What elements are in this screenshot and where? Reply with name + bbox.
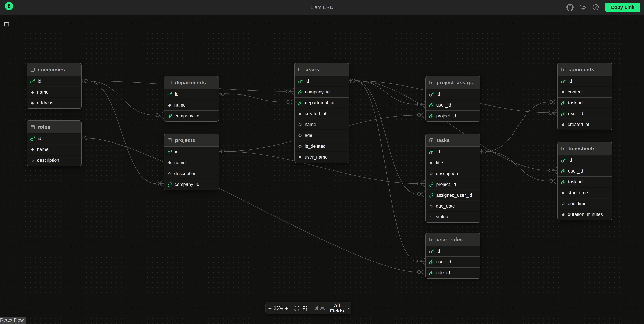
link-icon bbox=[298, 101, 302, 105]
column-row-project_assignments-project_id[interactable]: project_id bbox=[426, 111, 480, 121]
panel-left-icon bbox=[4, 21, 10, 28]
table-header-users[interactable]: users bbox=[295, 63, 349, 76]
table-node-roles[interactable]: rolesidnamedescription bbox=[27, 120, 82, 166]
column-row-user_roles-id[interactable]: id bbox=[426, 246, 480, 257]
column-row-tasks-id[interactable]: id bbox=[426, 146, 480, 157]
column-row-users-name[interactable]: name bbox=[295, 119, 349, 130]
column-row-projects-description[interactable]: description bbox=[164, 168, 218, 179]
table-icon bbox=[298, 67, 303, 72]
diamond-outline-icon bbox=[561, 202, 565, 206]
zoom-in-button[interactable]: + bbox=[284, 304, 289, 313]
tidy-up-icon bbox=[302, 305, 308, 311]
column-row-comments-id[interactable]: id bbox=[558, 76, 612, 87]
table-node-timesheets[interactable]: timesheetsiduser_idtask_idstart_timeend_… bbox=[558, 142, 612, 220]
column-name: end_time bbox=[568, 201, 586, 206]
column-row-users-created_at[interactable]: created_at bbox=[295, 108, 349, 119]
column-row-timesheets-id[interactable]: id bbox=[558, 155, 612, 166]
table-header-companies[interactable]: companies bbox=[27, 63, 81, 76]
table-node-companies[interactable]: companiesidnameaddress bbox=[27, 63, 82, 109]
column-row-comments-created_at[interactable]: created_at bbox=[558, 119, 612, 130]
column-row-users-user_name[interactable]: user_name bbox=[295, 152, 349, 163]
table-header-projects[interactable]: projects bbox=[164, 134, 218, 146]
column-row-tasks-project_id[interactable]: project_id bbox=[426, 179, 480, 190]
table-node-comments[interactable]: commentsidcontenttask_iduser_idcreated_a… bbox=[558, 63, 612, 130]
column-row-projects-company_id[interactable]: company_id bbox=[164, 179, 218, 190]
column-row-user_roles-role_id[interactable]: role_id bbox=[426, 267, 480, 278]
column-row-companies-name[interactable]: name bbox=[27, 87, 81, 98]
column-row-comments-task_id[interactable]: task_id bbox=[558, 98, 612, 108]
react-flow-attribution[interactable]: React Flow bbox=[0, 316, 26, 324]
column-row-timesheets-user_id[interactable]: user_id bbox=[558, 166, 612, 177]
column-row-companies-address[interactable]: address bbox=[27, 98, 81, 108]
column-row-tasks-assigned_user_id[interactable]: assigned_user_id bbox=[426, 190, 480, 201]
relationship-edge bbox=[84, 79, 88, 82]
column-row-roles-id[interactable]: id bbox=[27, 133, 81, 144]
table-name: roles bbox=[38, 124, 50, 130]
column-row-departments-company_id[interactable]: company_id bbox=[164, 111, 218, 121]
erd-canvas[interactable]: companiesidnameaddressrolesidnamedescrip… bbox=[0, 0, 644, 324]
column-row-users-age[interactable]: age bbox=[295, 130, 349, 141]
column-row-comments-content[interactable]: content bbox=[558, 87, 612, 98]
table-node-users[interactable]: usersidcompany_iddepartment_idcreated_at… bbox=[294, 63, 349, 163]
column-row-tasks-title[interactable]: title bbox=[426, 157, 480, 168]
column-row-timesheets-duration_minutes[interactable]: duration_minutes bbox=[558, 209, 612, 220]
sidebar-toggle-button[interactable] bbox=[3, 20, 10, 29]
table-header-project_assignments[interactable]: project_assignme... bbox=[426, 76, 480, 89]
fields-filter-dropdown[interactable]: All Fields bbox=[328, 303, 351, 314]
table-icon bbox=[167, 138, 172, 143]
key-icon bbox=[167, 92, 172, 97]
column-name: start_time bbox=[568, 190, 588, 195]
table-node-projects[interactable]: projectsidnamedescriptioncompany_id bbox=[164, 134, 219, 190]
copy-link-button[interactable]: Copy Link bbox=[605, 3, 640, 12]
feedback-button[interactable] bbox=[579, 4, 586, 11]
table-node-tasks[interactable]: tasksidtitledescriptionproject_idassigne… bbox=[426, 134, 480, 223]
table-icon bbox=[561, 146, 566, 151]
table-header-timesheets[interactable]: timesheets bbox=[558, 142, 612, 155]
fit-view-button[interactable] bbox=[293, 304, 301, 313]
column-row-user_roles-user_id[interactable]: user_id bbox=[426, 257, 480, 267]
column-row-roles-description[interactable]: description bbox=[27, 155, 81, 166]
column-row-roles-name[interactable]: name bbox=[27, 144, 81, 155]
column-row-tasks-description[interactable]: description bbox=[426, 168, 480, 179]
table-header-departments[interactable]: departments bbox=[164, 76, 218, 89]
github-button[interactable] bbox=[566, 4, 574, 11]
column-row-projects-name[interactable]: name bbox=[164, 157, 218, 168]
diamond-filled-icon bbox=[298, 112, 302, 116]
column-row-project_assignments-user_id[interactable]: user_id bbox=[426, 100, 480, 111]
column-row-users-is_deleted[interactable]: is_deleted bbox=[295, 141, 349, 152]
column-row-tasks-due_date[interactable]: due_date bbox=[426, 201, 480, 212]
zoom-out-button[interactable]: − bbox=[267, 304, 273, 313]
github-icon bbox=[566, 4, 574, 11]
column-row-departments-name[interactable]: name bbox=[164, 100, 218, 111]
table-header-tasks[interactable]: tasks bbox=[426, 134, 480, 146]
column-row-users-id[interactable]: id bbox=[295, 76, 349, 87]
column-row-projects-id[interactable]: id bbox=[164, 146, 218, 157]
relationship-edge bbox=[87, 138, 417, 272]
column-row-timesheets-start_time[interactable]: start_time bbox=[558, 188, 612, 198]
table-name: departments bbox=[175, 80, 206, 85]
column-name: is_deleted bbox=[305, 144, 326, 149]
relationship-edge bbox=[159, 180, 164, 187]
column-name: company_id bbox=[175, 113, 199, 119]
table-header-roles[interactable]: roles bbox=[27, 121, 81, 133]
column-row-users-department_id[interactable]: department_id bbox=[295, 98, 349, 108]
column-row-comments-user_id[interactable]: user_id bbox=[558, 108, 612, 119]
table-node-user_roles[interactable]: user_rolesiduser_idrole_id bbox=[426, 233, 480, 278]
column-row-companies-id[interactable]: id bbox=[27, 76, 81, 87]
relationship-edge bbox=[352, 79, 355, 82]
column-row-tasks-status[interactable]: status bbox=[426, 212, 480, 222]
column-row-timesheets-task_id[interactable]: task_id bbox=[558, 177, 612, 188]
column-name: name bbox=[37, 147, 48, 152]
column-row-timesheets-end_time[interactable]: end_time bbox=[558, 198, 612, 209]
table-icon bbox=[429, 80, 434, 85]
table-header-user_roles[interactable]: user_roles bbox=[426, 233, 480, 246]
column-row-departments-id[interactable]: id bbox=[164, 89, 218, 100]
table-node-departments[interactable]: departmentsidnamecompany_id bbox=[164, 76, 219, 122]
table-header-comments[interactable]: comments bbox=[558, 63, 612, 76]
column-row-users-company_id[interactable]: company_id bbox=[295, 87, 349, 98]
table-node-project_assignments[interactable]: project_assignme...iduser_idproject_id bbox=[426, 76, 480, 122]
column-row-project_assignments-id[interactable]: id bbox=[426, 89, 480, 100]
tidy-up-button[interactable] bbox=[301, 304, 309, 313]
column-name: id bbox=[306, 79, 309, 84]
help-button[interactable] bbox=[592, 4, 599, 11]
